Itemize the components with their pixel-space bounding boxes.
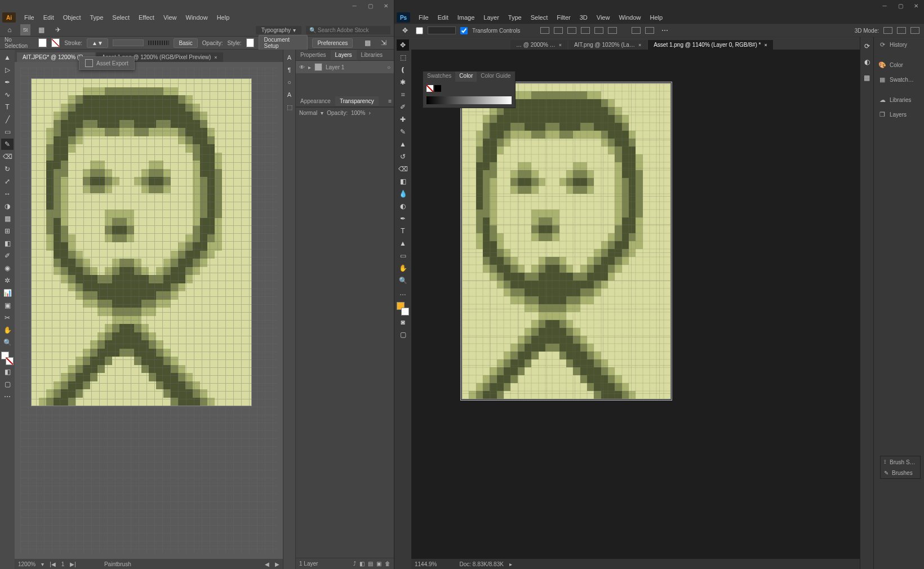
align-bottom-icon[interactable]: [608, 27, 617, 34]
history-brush-tool-icon[interactable]: ↺: [397, 151, 409, 162]
ai-fgbg-colors[interactable]: [1, 352, 14, 365]
expand-arrow-icon[interactable]: ▸: [308, 64, 311, 70]
dodge-tool-icon[interactable]: ◐: [397, 201, 409, 212]
profile-dropdown[interactable]: Basic: [174, 38, 197, 48]
close-icon[interactable]: ×: [214, 55, 217, 60]
new-sublayer-icon[interactable]: ▤: [368, 561, 373, 567]
ps-canvas-image[interactable]: [462, 83, 670, 399]
artboard-index[interactable]: 1: [61, 561, 65, 567]
tab-color-guide[interactable]: Color Guide: [477, 72, 514, 82]
close-icon[interactable]: ×: [559, 42, 562, 48]
stock-icon[interactable]: St: [20, 24, 30, 35]
ps-menu-window[interactable]: Window: [615, 13, 645, 22]
panel-history[interactable]: ⟳History: [874, 37, 924, 52]
arrange-icon[interactable]: ▦: [35, 24, 47, 35]
blend-tool-icon[interactable]: ◉: [1, 263, 14, 274]
maximize-icon[interactable]: ▢: [366, 2, 375, 10]
slice-tool-icon[interactable]: ✂: [1, 312, 14, 323]
type-tool-icon[interactable]: T: [1, 101, 14, 113]
glyphs-panel-icon[interactable]: A: [285, 90, 294, 99]
ai-menu-effect[interactable]: Effect: [135, 13, 158, 22]
new-layer-icon[interactable]: ▣: [376, 561, 381, 567]
visibility-eye-icon[interactable]: 👁: [299, 64, 305, 70]
ps-menu-help[interactable]: Help: [646, 13, 667, 22]
chevron-down-icon[interactable]: ▾: [41, 561, 44, 567]
paragraph-panel-icon[interactable]: ¶: [285, 65, 294, 74]
scale-tool-icon[interactable]: ⤢: [1, 176, 14, 187]
home-icon[interactable]: ⌂: [3, 24, 16, 35]
asset-export-flyout[interactable]: Asset Export: [79, 56, 135, 70]
ps-menu-view[interactable]: View: [593, 13, 614, 22]
move-tool-icon[interactable]: ✥: [397, 39, 409, 51]
hand-tool-icon[interactable]: ✋: [397, 263, 409, 274]
ps-fgbg-colors[interactable]: [397, 302, 409, 315]
artboard-tool-icon[interactable]: ▣: [1, 300, 14, 311]
curvature-tool-icon[interactable]: ∿: [1, 89, 14, 100]
gradient-tool-icon[interactable]: ◧: [397, 176, 409, 187]
align-vcenter-icon[interactable]: [594, 27, 603, 34]
crop-tool-icon[interactable]: ⌗: [397, 89, 409, 100]
ps-menu-file[interactable]: File: [415, 13, 433, 22]
ai-menu-file[interactable]: File: [20, 13, 38, 22]
minimize-icon[interactable]: ─: [350, 2, 359, 10]
edit-toolbar-icon[interactable]: ⋯: [1, 391, 14, 402]
close-icon[interactable]: ×: [764, 42, 767, 48]
rectangle-tool-icon[interactable]: ▭: [1, 126, 14, 137]
clone-stamp-tool-icon[interactable]: ▲: [397, 139, 409, 150]
styles-icon[interactable]: ▦: [861, 72, 873, 83]
marquee-tool-icon[interactable]: ⬚: [397, 52, 409, 63]
auto-select-checkbox[interactable]: [416, 27, 423, 34]
ai-zoom-value[interactable]: 1200%: [18, 561, 35, 567]
ai-menu-select[interactable]: Select: [108, 13, 134, 22]
blend-mode-dropdown[interactable]: Normal: [299, 110, 317, 116]
panel-swatches[interactable]: ▦Swatch…: [874, 72, 924, 87]
rotate-tool-icon[interactable]: ↻: [1, 163, 14, 175]
ps-menu-layer[interactable]: Layer: [479, 13, 503, 22]
tab-transparency[interactable]: Transparency: [335, 96, 379, 106]
ai-menu-type[interactable]: Type: [86, 13, 108, 22]
preferences-button[interactable]: Preferences: [312, 38, 353, 48]
ps-doc-tab-2[interactable]: AIT.png @ 1020% (La…×: [568, 40, 647, 50]
screen-mode-icon[interactable]: ▢: [397, 329, 409, 340]
workspace-dropdown[interactable]: Typography▾: [256, 26, 301, 34]
artboard-nav-prev-icon[interactable]: |◀: [50, 561, 56, 567]
tab-properties[interactable]: Properties: [296, 50, 331, 60]
ai-canvas[interactable]: [15, 62, 283, 559]
quick-select-tool-icon[interactable]: ✱: [397, 77, 409, 88]
selection-tool-icon[interactable]: ▲: [1, 52, 14, 63]
graphic-style-swatch[interactable]: [246, 38, 255, 47]
panel-brush-settings[interactable]: ⟟Brush S…: [881, 456, 920, 468]
stroke-panel-icon[interactable]: ⬚: [285, 103, 294, 112]
ps-doc-tab-3[interactable]: Asset 1.png @ 1140% (Layer 0, RGB/8#) *×: [648, 40, 773, 50]
ps-canvas[interactable]: [411, 50, 860, 559]
close-icon[interactable]: ✕: [381, 2, 390, 10]
ai-scroll-left-icon[interactable]: ◀: [265, 561, 269, 567]
transform-icon[interactable]: ⇲: [378, 37, 389, 48]
ps-doc-size[interactable]: Doc: 8.83K/8.83K: [459, 561, 503, 567]
panel-menu-icon[interactable]: ≡: [388, 98, 394, 104]
chevron-down-icon[interactable]: ▾: [321, 110, 323, 116]
direct-selection-tool-icon[interactable]: ▷: [1, 64, 14, 75]
shape-builder-tool-icon[interactable]: ◑: [1, 201, 14, 212]
panel-libraries[interactable]: ☁Libraries: [874, 92, 924, 107]
pen-tool-icon[interactable]: ✒: [1, 77, 14, 88]
status-arrow-icon[interactable]: ▸: [509, 561, 512, 567]
blur-tool-icon[interactable]: 💧: [397, 188, 409, 199]
ps-bg-swatch[interactable]: [401, 308, 409, 315]
rectangle-shape-tool-icon[interactable]: ▭: [397, 250, 409, 261]
character-panel-icon[interactable]: A: [285, 53, 294, 62]
column-graph-tool-icon[interactable]: 📊: [1, 287, 14, 299]
screen-mode-icon[interactable]: ▢: [1, 379, 14, 390]
show-transform-checkbox[interactable]: [460, 27, 468, 34]
eraser-tool-icon[interactable]: ⌫: [1, 151, 14, 162]
distribute-h-icon[interactable]: [632, 27, 641, 34]
ai-menu-help[interactable]: Help: [213, 13, 234, 22]
ai-scroll-right-icon[interactable]: ▶: [275, 561, 279, 567]
spot-heal-tool-icon[interactable]: ✚: [397, 114, 409, 125]
opacity-value[interactable]: 100%: [351, 110, 366, 116]
adjustments-icon[interactable]: ◐: [861, 56, 873, 68]
color-a[interactable]: [427, 85, 433, 92]
ai-artboard[interactable]: [32, 79, 251, 406]
delete-layer-icon[interactable]: 🗑: [385, 561, 390, 567]
locate-icon[interactable]: ⤴: [353, 561, 356, 567]
